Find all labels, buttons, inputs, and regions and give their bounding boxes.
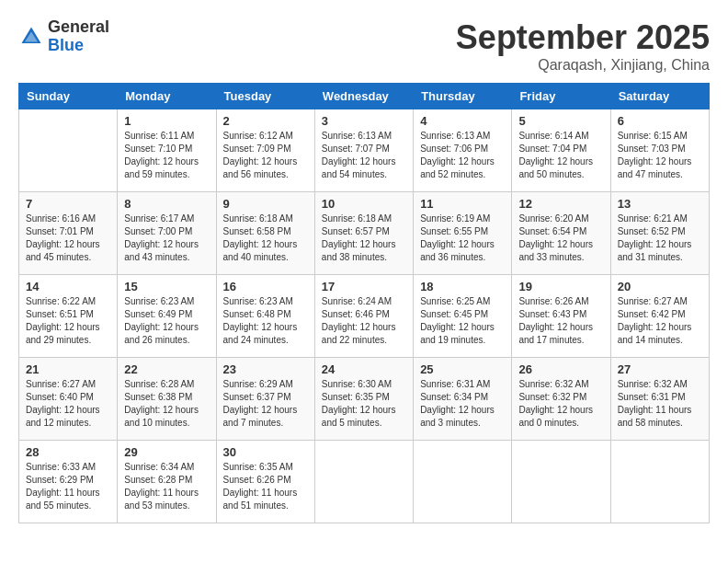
day-info: Sunrise: 6:20 AM Sunset: 6:54 PM Dayligh…: [518, 213, 603, 264]
calendar-cell: 2Sunrise: 6:12 AM Sunset: 7:09 PM Daylig…: [216, 109, 314, 192]
day-info: Sunrise: 6:19 AM Sunset: 6:55 PM Dayligh…: [420, 213, 505, 264]
calendar-cell: 9Sunrise: 6:18 AM Sunset: 6:58 PM Daylig…: [216, 192, 314, 275]
day-info: Sunrise: 6:28 AM Sunset: 6:38 PM Dayligh…: [124, 378, 209, 430]
calendar-cell: 27Sunrise: 6:32 AM Sunset: 6:31 PM Dayli…: [610, 358, 709, 441]
day-number: 10: [322, 197, 406, 211]
title-block: September 2025 Qaraqash, Xinjiang, China: [456, 18, 710, 74]
day-number: 8: [124, 197, 209, 211]
calendar-week-row: 7Sunrise: 6:16 AM Sunset: 7:01 PM Daylig…: [19, 192, 710, 275]
day-info: Sunrise: 6:15 AM Sunset: 7:03 PM Dayligh…: [618, 130, 702, 181]
calendar-cell: 3Sunrise: 6:13 AM Sunset: 7:07 PM Daylig…: [314, 109, 413, 192]
day-number: 17: [322, 280, 406, 293]
calendar-cell: [19, 109, 118, 192]
day-number: 29: [124, 445, 209, 459]
calendar-cell: 21Sunrise: 6:27 AM Sunset: 6:40 PM Dayli…: [19, 358, 118, 441]
day-number: 30: [223, 445, 308, 459]
day-info: Sunrise: 6:12 AM Sunset: 7:09 PM Dayligh…: [223, 130, 308, 181]
day-number: 7: [26, 197, 110, 211]
calendar-cell: 1Sunrise: 6:11 AM Sunset: 7:10 PM Daylig…: [118, 109, 216, 192]
calendar-cell: 11Sunrise: 6:19 AM Sunset: 6:55 PM Dayli…: [414, 192, 512, 275]
day-number: 14: [26, 280, 110, 293]
calendar-cell: 10Sunrise: 6:18 AM Sunset: 6:57 PM Dayli…: [314, 192, 413, 275]
calendar-cell: 28Sunrise: 6:33 AM Sunset: 6:29 PM Dayli…: [19, 441, 118, 523]
calendar-cell: 22Sunrise: 6:28 AM Sunset: 6:38 PM Dayli…: [118, 358, 216, 441]
day-number: 25: [420, 362, 505, 376]
day-number: 16: [223, 280, 308, 293]
day-info: Sunrise: 6:34 AM Sunset: 6:28 PM Dayligh…: [124, 461, 209, 512]
day-number: 21: [26, 362, 110, 376]
calendar-cell: 29Sunrise: 6:34 AM Sunset: 6:28 PM Dayli…: [118, 441, 216, 523]
day-info: Sunrise: 6:13 AM Sunset: 7:06 PM Dayligh…: [420, 130, 505, 181]
day-number: 19: [518, 280, 603, 293]
day-info: Sunrise: 6:11 AM Sunset: 7:10 PM Dayligh…: [124, 130, 209, 181]
calendar-cell: [610, 441, 709, 523]
day-info: Sunrise: 6:18 AM Sunset: 6:57 PM Dayligh…: [322, 213, 406, 264]
calendar-cell: 7Sunrise: 6:16 AM Sunset: 7:01 PM Daylig…: [19, 192, 118, 275]
calendar-cell: 19Sunrise: 6:26 AM Sunset: 6:43 PM Dayli…: [512, 275, 610, 358]
title-month: September 2025: [456, 18, 710, 57]
day-info: Sunrise: 6:33 AM Sunset: 6:29 PM Dayligh…: [26, 461, 110, 512]
day-number: 18: [420, 280, 505, 293]
day-info: Sunrise: 6:24 AM Sunset: 6:46 PM Dayligh…: [322, 295, 406, 347]
day-info: Sunrise: 6:17 AM Sunset: 7:00 PM Dayligh…: [124, 213, 209, 264]
day-info: Sunrise: 6:23 AM Sunset: 6:48 PM Dayligh…: [223, 295, 308, 347]
logo-text: General Blue: [48, 18, 109, 55]
day-number: 26: [518, 362, 603, 376]
logo-blue: Blue: [48, 37, 109, 55]
logo: General Blue: [18, 18, 109, 55]
calendar-cell: 30Sunrise: 6:35 AM Sunset: 6:26 PM Dayli…: [216, 441, 314, 523]
day-number: 6: [618, 114, 702, 128]
calendar-cell: 23Sunrise: 6:29 AM Sunset: 6:37 PM Dayli…: [216, 358, 314, 441]
day-number: 3: [322, 114, 406, 128]
calendar-cell: 8Sunrise: 6:17 AM Sunset: 7:00 PM Daylig…: [118, 192, 216, 275]
day-number: 28: [26, 445, 110, 459]
day-info: Sunrise: 6:35 AM Sunset: 6:26 PM Dayligh…: [223, 461, 308, 512]
calendar-cell: 13Sunrise: 6:21 AM Sunset: 6:52 PM Dayli…: [610, 192, 709, 275]
day-number: 2: [223, 114, 308, 128]
day-info: Sunrise: 6:30 AM Sunset: 6:35 PM Dayligh…: [322, 378, 406, 430]
calendar-week-row: 14Sunrise: 6:22 AM Sunset: 6:51 PM Dayli…: [19, 275, 710, 358]
day-number: 20: [618, 280, 702, 293]
calendar-cell: [414, 441, 512, 523]
calendar-week-row: 21Sunrise: 6:27 AM Sunset: 6:40 PM Dayli…: [19, 358, 710, 441]
day-info: Sunrise: 6:14 AM Sunset: 7:04 PM Dayligh…: [518, 130, 603, 181]
calendar-cell: 12Sunrise: 6:20 AM Sunset: 6:54 PM Dayli…: [512, 192, 610, 275]
calendar-cell: 15Sunrise: 6:23 AM Sunset: 6:49 PM Dayli…: [118, 275, 216, 358]
calendar-week-row: 28Sunrise: 6:33 AM Sunset: 6:29 PM Dayli…: [19, 441, 710, 523]
day-info: Sunrise: 6:23 AM Sunset: 6:49 PM Dayligh…: [124, 295, 209, 347]
calendar-cell: 6Sunrise: 6:15 AM Sunset: 7:03 PM Daylig…: [610, 109, 709, 192]
day-info: Sunrise: 6:16 AM Sunset: 7:01 PM Dayligh…: [26, 213, 110, 264]
day-info: Sunrise: 6:21 AM Sunset: 6:52 PM Dayligh…: [618, 213, 702, 264]
day-info: Sunrise: 6:29 AM Sunset: 6:37 PM Dayligh…: [223, 378, 308, 430]
calendar-day-header: Thursday: [414, 84, 512, 109]
calendar-day-header: Monday: [118, 84, 216, 109]
calendar-day-header: Sunday: [19, 84, 118, 109]
calendar-cell: 24Sunrise: 6:30 AM Sunset: 6:35 PM Dayli…: [314, 358, 413, 441]
day-number: 27: [618, 362, 702, 376]
day-info: Sunrise: 6:22 AM Sunset: 6:51 PM Dayligh…: [26, 295, 110, 347]
calendar-cell: 25Sunrise: 6:31 AM Sunset: 6:34 PM Dayli…: [414, 358, 512, 441]
calendar-cell: 17Sunrise: 6:24 AM Sunset: 6:46 PM Dayli…: [314, 275, 413, 358]
calendar-day-header: Tuesday: [216, 84, 314, 109]
day-info: Sunrise: 6:18 AM Sunset: 6:58 PM Dayligh…: [223, 213, 308, 264]
calendar-cell: [314, 441, 413, 523]
calendar-cell: 26Sunrise: 6:32 AM Sunset: 6:32 PM Dayli…: [512, 358, 610, 441]
calendar-day-header: Saturday: [610, 84, 709, 109]
calendar-day-header: Friday: [512, 84, 610, 109]
day-number: 15: [124, 280, 209, 293]
calendar-week-row: 1Sunrise: 6:11 AM Sunset: 7:10 PM Daylig…: [19, 109, 710, 192]
calendar-cell: 4Sunrise: 6:13 AM Sunset: 7:06 PM Daylig…: [414, 109, 512, 192]
day-number: 12: [518, 197, 603, 211]
calendar-cell: 18Sunrise: 6:25 AM Sunset: 6:45 PM Dayli…: [414, 275, 512, 358]
day-number: 9: [223, 197, 308, 211]
day-number: 11: [420, 197, 505, 211]
calendar-day-header: Wednesday: [314, 84, 413, 109]
day-number: 5: [518, 114, 603, 128]
calendar-header-row: SundayMondayTuesdayWednesdayThursdayFrid…: [19, 84, 710, 109]
calendar-cell: [512, 441, 610, 523]
logo-general: General: [48, 18, 109, 37]
calendar-cell: 14Sunrise: 6:22 AM Sunset: 6:51 PM Dayli…: [19, 275, 118, 358]
calendar-cell: 20Sunrise: 6:27 AM Sunset: 6:42 PM Dayli…: [610, 275, 709, 358]
logo-icon: [18, 24, 44, 50]
calendar-table: SundayMondayTuesdayWednesdayThursdayFrid…: [18, 83, 710, 523]
